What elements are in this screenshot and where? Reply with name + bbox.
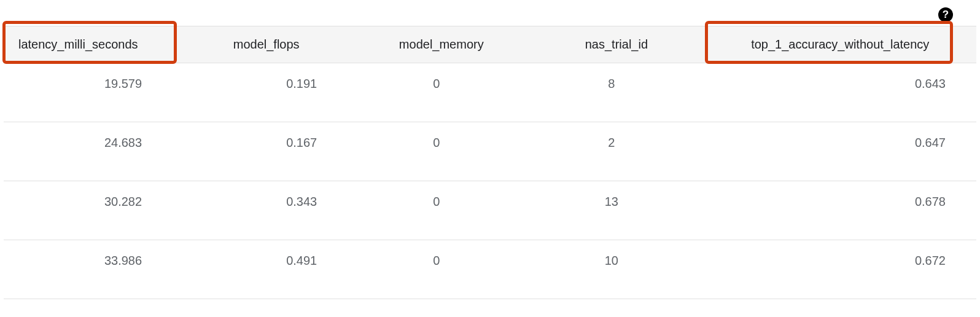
cell-latency: 19.579 [4,63,179,122]
cell-accuracy: 0.672 [704,240,976,299]
column-header-memory[interactable]: model_memory [354,26,529,63]
table-header-row: latency_milli_seconds model_flops model_… [4,26,976,63]
cell-trial-id: 13 [529,181,704,240]
cell-trial-id: 10 [529,240,704,299]
cell-latency [4,299,179,318]
cell-latency: 30.282 [4,181,179,240]
cell-memory: 0 [354,63,529,122]
metrics-table: latency_milli_seconds model_flops model_… [4,26,976,317]
cell-accuracy: 0.647 [704,122,976,181]
cell-flops: 0.343 [179,181,354,240]
cell-trial-id: 8 [529,63,704,122]
cell-latency: 33.986 [4,240,179,299]
column-header-accuracy[interactable]: top_1_accuracy_without_latency [704,26,976,63]
cell-trial-id [529,299,704,318]
cell-trial-id: 2 [529,122,704,181]
cell-memory [354,299,529,318]
cell-accuracy: 0.643 [704,63,976,122]
metrics-table-container: latency_milli_seconds model_flops model_… [0,0,980,317]
cell-flops: 0.167 [179,122,354,181]
table-row[interactable]: 30.282 0.343 0 13 0.678 [4,181,976,240]
column-header-latency[interactable]: latency_milli_seconds [4,26,179,63]
cell-flops [179,299,354,318]
cell-latency: 24.683 [4,122,179,181]
cell-memory: 0 [354,122,529,181]
table-row[interactable]: 24.683 0.167 0 2 0.647 [4,122,976,181]
table-row[interactable] [4,299,976,318]
cell-flops: 0.491 [179,240,354,299]
cell-accuracy [704,299,976,318]
cell-flops: 0.191 [179,63,354,122]
cell-memory: 0 [354,240,529,299]
table-row[interactable]: 19.579 0.191 0 8 0.643 [4,63,976,122]
help-icon[interactable]: ? [938,7,953,22]
table-row[interactable]: 33.986 0.491 0 10 0.672 [4,240,976,299]
cell-memory: 0 [354,181,529,240]
column-header-flops[interactable]: model_flops [179,26,354,63]
column-header-trial-id[interactable]: nas_trial_id [529,26,704,63]
cell-accuracy: 0.678 [704,181,976,240]
